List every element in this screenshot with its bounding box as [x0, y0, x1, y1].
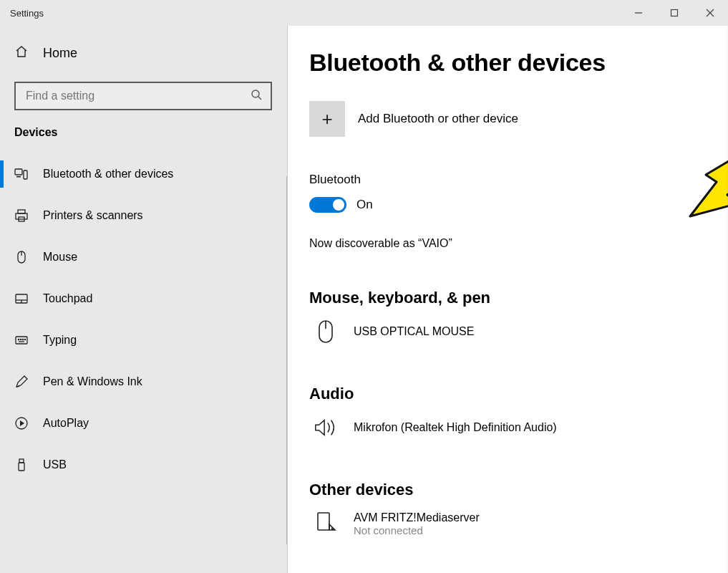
window-title: Settings [0, 8, 44, 19]
svg-line-5 [258, 97, 261, 100]
content-pane: Bluetooth & other devices + Add Bluetoot… [288, 26, 728, 573]
pen-icon [14, 375, 29, 389]
search-box[interactable] [14, 82, 272, 110]
sidebar-item-touchpad[interactable]: Touchpad [0, 278, 287, 319]
device-name: USB OPTICAL MOUSE [354, 325, 474, 338]
sidebar-item-label: USB [43, 458, 67, 471]
svg-rect-8 [24, 170, 27, 179]
device-row-other[interactable]: AVM FRITZ!Mediaserver Not connected [314, 511, 728, 536]
sidebar-item-bluetooth[interactable]: Bluetooth & other devices [0, 153, 287, 195]
category-other-heading: Other devices [309, 481, 728, 499]
svg-marker-24 [20, 420, 24, 426]
category-input-heading: Mouse, keyboard, & pen [309, 289, 728, 307]
svg-rect-26 [19, 463, 24, 471]
svg-point-19 [20, 339, 21, 340]
svg-point-20 [22, 339, 23, 340]
discoverable-text: Now discoverable as “VAIO” [309, 237, 728, 250]
sidebar-item-autoplay[interactable]: AutoPlay [0, 403, 287, 444]
svg-rect-29 [318, 513, 329, 530]
svg-rect-9 [18, 210, 25, 213]
toggle-knob [333, 199, 344, 211]
device-row-mouse[interactable]: USB OPTICAL MOUSE [314, 319, 728, 345]
device-name: AVM FRITZ!Mediaserver [354, 511, 480, 524]
sidebar-divider [286, 176, 287, 544]
sidebar-item-label: Typing [43, 334, 77, 347]
device-name: Mikrofon (Realtek High Definition Audio) [354, 421, 557, 434]
svg-rect-25 [19, 459, 24, 463]
svg-rect-1 [671, 10, 678, 16]
printer-icon [14, 208, 29, 223]
svg-rect-7 [16, 176, 21, 178]
autoplay-icon [14, 416, 29, 430]
sidebar-section-label: Devices [0, 126, 287, 139]
svg-point-18 [18, 339, 19, 340]
speaker-icon [314, 415, 338, 440]
window-controls [621, 0, 728, 26]
category-audio-heading: Audio [309, 385, 728, 403]
toggle-state-label: On [356, 198, 373, 212]
search-input[interactable] [24, 89, 239, 103]
home-icon [14, 44, 29, 62]
sidebar-item-printers[interactable]: Printers & scanners [0, 195, 287, 236]
sidebar-item-usb[interactable]: USB [0, 444, 287, 486]
device-row-audio[interactable]: Mikrofon (Realtek High Definition Audio) [314, 415, 728, 440]
maximize-button[interactable] [656, 0, 692, 26]
home-label: Home [43, 46, 77, 61]
search-icon [251, 89, 262, 103]
page-title: Bluetooth & other devices [309, 49, 728, 77]
sidebar-item-label: Mouse [43, 251, 77, 264]
svg-point-21 [24, 339, 25, 340]
add-device-label: Add Bluetooth or other device [358, 112, 518, 126]
titlebar: Settings [0, 0, 728, 26]
sidebar-item-label: Touchpad [43, 292, 92, 305]
sidebar-item-mouse[interactable]: Mouse [0, 236, 287, 278]
device-status: Not connected [354, 524, 480, 536]
svg-rect-6 [15, 169, 22, 175]
keyboard-icon [14, 333, 29, 347]
sidebar-item-label: Bluetooth & other devices [43, 168, 173, 180]
svg-point-4 [252, 90, 259, 97]
mouse-device-icon [314, 319, 338, 345]
sidebar-item-typing[interactable]: Typing [0, 319, 287, 361]
home-nav[interactable]: Home [0, 33, 287, 73]
close-button[interactable] [692, 0, 728, 26]
add-device-button[interactable]: + Add Bluetooth or other device [309, 101, 728, 137]
usb-icon [14, 458, 29, 472]
sidebar-item-label: Printers & scanners [43, 209, 143, 222]
svg-rect-10 [16, 213, 27, 219]
sidebar-item-label: Pen & Windows Ink [43, 375, 142, 388]
plus-icon: + [309, 101, 345, 137]
touchpad-icon [14, 292, 29, 306]
bluetooth-devices-icon [14, 167, 29, 181]
sidebar: Home Devices [0, 26, 288, 573]
mouse-icon [14, 250, 29, 264]
sidebar-item-pen[interactable]: Pen & Windows Ink [0, 361, 287, 403]
bluetooth-toggle[interactable] [309, 197, 346, 213]
sidebar-item-label: AutoPlay [43, 417, 89, 430]
bluetooth-heading: Bluetooth [309, 173, 728, 187]
media-server-icon [314, 511, 338, 536]
minimize-button[interactable] [621, 0, 656, 26]
